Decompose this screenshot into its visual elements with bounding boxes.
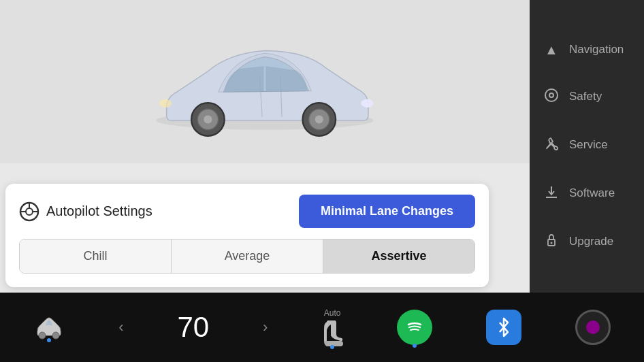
speed-display: 70	[177, 311, 209, 344]
svg-point-6	[204, 115, 212, 123]
mode-selector: Chill Average Assertive	[19, 239, 475, 274]
svg-point-12	[26, 208, 33, 215]
taskbar-bluetooth-button[interactable]	[486, 310, 521, 345]
auto-label: Auto	[324, 308, 341, 318]
spotify-dot-indicator	[413, 344, 417, 348]
average-mode-button[interactable]: Average	[172, 240, 323, 273]
taskbar-seat-button[interactable]: Auto	[321, 308, 343, 346]
back-arrow-icon: ‹	[118, 318, 123, 336]
sidebar-item-navigation[interactable]: ▲ Navigation	[530, 27, 644, 73]
autopilot-title-row: Autopilot Settings	[19, 201, 152, 222]
forward-arrow-icon: ›	[263, 318, 268, 336]
svg-point-17	[549, 93, 553, 97]
safety-icon	[543, 88, 560, 106]
sidebar-label-service: Service	[569, 138, 608, 152]
bluetooth-icon	[486, 310, 521, 345]
sidebar-item-service[interactable]: Service	[530, 121, 644, 169]
svg-point-20	[551, 242, 553, 244]
car-image	[135, 14, 394, 150]
service-icon	[543, 136, 560, 154]
autopilot-title: Autopilot Settings	[46, 203, 152, 219]
svg-point-21	[39, 332, 46, 339]
seat-dot-indicator	[330, 345, 334, 349]
minimal-lane-changes-button[interactable]: Minimal Lane Changes	[299, 195, 475, 228]
spotify-icon	[397, 310, 432, 345]
taskbar-spotify-button[interactable]	[397, 310, 432, 345]
navigation-icon: ▲	[543, 42, 560, 58]
camera-icon	[575, 310, 611, 345]
software-icon	[543, 184, 560, 203]
sidebar-label-software: Software	[569, 186, 615, 200]
sidebar-label-upgrade: Upgrade	[569, 235, 613, 248]
svg-point-16	[545, 89, 558, 101]
speed-value: 70	[177, 311, 209, 344]
car-icon	[33, 315, 65, 340]
seat-icon	[321, 320, 343, 346]
taskbar: ‹ 70 › Auto	[0, 293, 644, 362]
taskbar-car-button[interactable]	[33, 315, 65, 340]
car-image-container	[0, 0, 530, 163]
camera-lens-icon	[586, 320, 600, 334]
steering-wheel-icon	[19, 201, 39, 222]
assertive-mode-button[interactable]: Assertive	[323, 240, 474, 273]
sidebar: ▲ Navigation Safety Service Software	[530, 0, 644, 293]
taskbar-back-button[interactable]: ‹	[118, 318, 123, 336]
svg-point-7	[361, 99, 373, 108]
sidebar-item-software[interactable]: Software	[530, 169, 644, 218]
svg-point-8	[159, 99, 172, 108]
autopilot-header: Autopilot Settings Minimal Lane Changes	[19, 195, 475, 228]
autopilot-panel: Autopilot Settings Minimal Lane Changes …	[5, 184, 489, 287]
taskbar-forward-button[interactable]: ›	[263, 318, 268, 336]
car-dot-indicator	[47, 338, 51, 342]
sidebar-label-safety: Safety	[569, 90, 602, 103]
upgrade-icon	[543, 233, 560, 251]
taskbar-camera-button[interactable]	[575, 310, 611, 345]
sidebar-item-safety[interactable]: Safety	[530, 73, 644, 121]
chill-mode-button[interactable]: Chill	[20, 240, 172, 273]
svg-point-22	[52, 332, 59, 339]
svg-point-3	[315, 115, 323, 123]
sidebar-item-upgrade[interactable]: Upgrade	[530, 218, 644, 266]
sidebar-label-navigation: Navigation	[569, 43, 624, 56]
